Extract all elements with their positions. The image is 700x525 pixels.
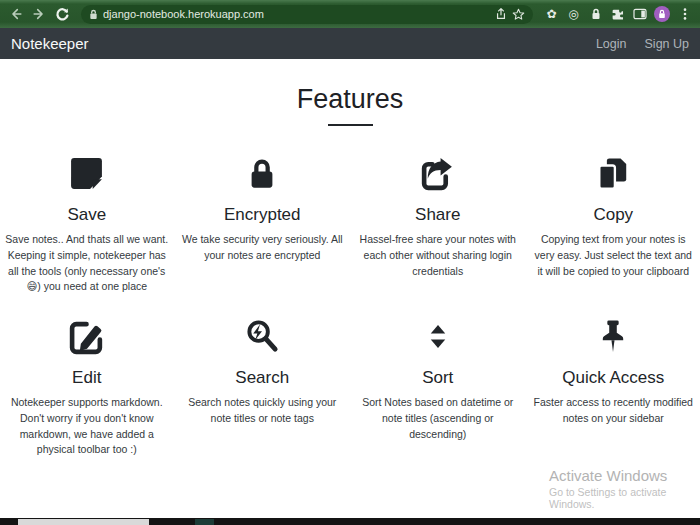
extension-lock-icon[interactable] bbox=[588, 7, 603, 22]
watermark-title: Activate Windows bbox=[549, 467, 700, 484]
feature-encrypted: Encrypted We take security very seriousl… bbox=[178, 152, 348, 295]
extensions-puzzle-icon[interactable] bbox=[610, 7, 625, 22]
edit-icon bbox=[5, 315, 169, 355]
watermark-subtitle: Go to Settings to activate Windows. bbox=[549, 486, 700, 510]
taskbar-app-segment[interactable] bbox=[18, 519, 149, 525]
page-title: Features bbox=[0, 84, 700, 115]
search-bolt-icon bbox=[181, 315, 345, 355]
back-icon[interactable] bbox=[8, 6, 24, 22]
feature-title: Save bbox=[5, 205, 169, 225]
side-panel-icon[interactable] bbox=[632, 7, 647, 22]
site-navbar: Notekeeper Login Sign Up bbox=[0, 28, 700, 59]
auth-links: Login Sign Up bbox=[596, 37, 689, 51]
address-bar[interactable]: django-notebook.herokuapp.com bbox=[81, 5, 533, 24]
bookmark-star-icon[interactable] bbox=[512, 8, 525, 21]
feature-edit: Edit Notekeeper supports markdown. Don't… bbox=[2, 315, 172, 458]
feature-description: We take security very seriously. All you… bbox=[181, 232, 345, 264]
feature-title: Search bbox=[181, 368, 345, 388]
feature-title: Copy bbox=[532, 205, 696, 225]
feature-description: Search notes quickly using your note tit… bbox=[181, 395, 345, 427]
feature-description: Notekeeper supports markdown. Don't worr… bbox=[5, 395, 169, 458]
feature-quick-access: Quick Access Faster access to recently m… bbox=[529, 315, 699, 458]
taskbar-app-segment[interactable] bbox=[195, 519, 214, 525]
copy-icon bbox=[532, 152, 696, 192]
feature-save: Save Save notes.. And thats all we want.… bbox=[2, 152, 172, 295]
feature-description: Sort Notes based on datetime or note tit… bbox=[356, 395, 520, 442]
feature-share: Share Hassel-free share your notes with … bbox=[353, 152, 523, 295]
feature-description: Hassel-free share your notes with each o… bbox=[356, 232, 520, 279]
sort-icon bbox=[356, 315, 520, 355]
lock-icon bbox=[181, 152, 345, 192]
feature-sort: Sort Sort Notes based on datetime or not… bbox=[353, 315, 523, 458]
features-grid: Save Save notes.. And thats all we want.… bbox=[2, 152, 698, 458]
feature-title: Sort bbox=[356, 368, 520, 388]
feature-description: Copying text from your notes is very eas… bbox=[532, 232, 696, 279]
share-page-icon[interactable] bbox=[495, 8, 507, 20]
brand-link[interactable]: Notekeeper bbox=[11, 35, 89, 52]
feature-copy: Copy Copying text from your notes is ver… bbox=[529, 152, 699, 295]
extension-flower-icon[interactable]: ✿ bbox=[544, 7, 559, 22]
browser-menu-icon[interactable] bbox=[677, 7, 692, 22]
taskbar[interactable] bbox=[0, 518, 700, 525]
feature-description: Save notes.. And thats all we want. Keep… bbox=[5, 232, 169, 295]
signup-link[interactable]: Sign Up bbox=[645, 37, 689, 51]
heading-underline bbox=[328, 124, 373, 126]
reload-icon[interactable] bbox=[54, 6, 70, 22]
url-text[interactable]: django-notebook.herokuapp.com bbox=[103, 8, 490, 20]
feature-title: Quick Access bbox=[532, 368, 696, 388]
thumbtack-icon bbox=[532, 315, 696, 355]
feature-title: Encrypted bbox=[181, 205, 345, 225]
feature-title: Edit bbox=[5, 368, 169, 388]
share-square-icon bbox=[356, 152, 520, 192]
profile-avatar[interactable] bbox=[654, 6, 670, 22]
feature-description: Faster access to recently modified notes… bbox=[532, 395, 696, 427]
ssl-lock-icon[interactable] bbox=[89, 9, 98, 20]
activate-windows-watermark: Activate Windows Go to Settings to activ… bbox=[549, 467, 700, 510]
feature-title: Share bbox=[356, 205, 520, 225]
forward-icon[interactable] bbox=[31, 6, 47, 22]
login-link[interactable]: Login bbox=[596, 37, 627, 51]
save-note-icon bbox=[5, 152, 169, 192]
extension-target-icon[interactable]: ◎ bbox=[566, 7, 581, 22]
feature-search: Search Search notes quickly using your n… bbox=[178, 315, 348, 458]
browser-toolbar: django-notebook.herokuapp.com ✿ ◎ bbox=[0, 0, 700, 28]
